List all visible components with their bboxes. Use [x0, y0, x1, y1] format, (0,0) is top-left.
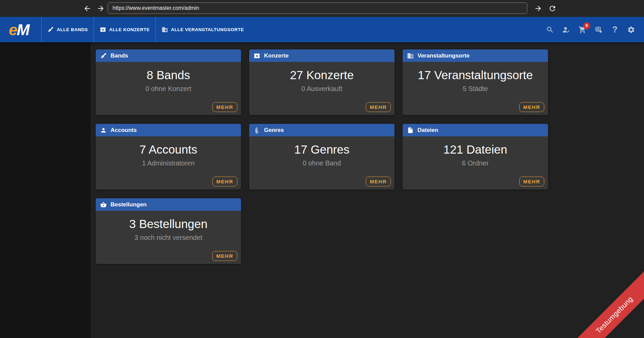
- card-title: Dateien: [418, 127, 438, 134]
- mehr-button[interactable]: MEHR: [212, 177, 237, 186]
- card-headline: 17 Genres: [249, 136, 395, 156]
- nav-item-label: ALLE BANDS: [57, 27, 88, 32]
- app-navbar: eM ALLE BANDS ALLE KONZERTE ALLE VERANST…: [0, 17, 644, 42]
- card-accounts: Accounts 7 Accounts 1 Administratoren ME…: [96, 124, 241, 189]
- nav-item-label: ALLE VERANSTALTUNGSORTE: [171, 27, 244, 32]
- cart-icon[interactable]: 0: [578, 26, 587, 34]
- card-title: Bands: [111, 52, 128, 59]
- mehr-button[interactable]: MEHR: [519, 177, 544, 186]
- card-konzerte-body: 27 Konzerte 0 Ausverkauft MEHR: [249, 62, 395, 115]
- help-icon[interactable]: ?: [611, 26, 619, 34]
- card-accounts-body: 7 Accounts 1 Administratoren MEHR: [96, 136, 241, 189]
- card-bestellungen-body: 3 Bestellungen 3 noch nicht versendet ME…: [96, 211, 241, 264]
- page-left-gutter: [0, 42, 91, 338]
- card-headline: 7 Accounts: [96, 136, 241, 156]
- card-title: Veranstaltungsorte: [418, 52, 470, 59]
- browser-toolbar: [0, 0, 644, 17]
- card-bestellungen-header: Bestellungen: [96, 198, 241, 211]
- card-genres-body: 17 Genres 0 ohne Band MEHR: [249, 136, 395, 189]
- card-veranstaltungsorte-header: Veranstaltungsorte: [403, 49, 548, 62]
- nav-item-alle-konzerte[interactable]: ALLE KONZERTE: [94, 17, 156, 42]
- card-konzerte-header: Konzerte: [249, 49, 395, 62]
- card-headline: 8 Bands: [96, 62, 241, 82]
- building-icon: [162, 26, 168, 33]
- card-headline: 121 Dateien: [403, 136, 548, 156]
- card-headline: 17 Veranstaltungsorte: [403, 62, 548, 82]
- cart-badge: 0: [583, 22, 590, 29]
- test-environment-ribbon: Testumgebung: [562, 263, 644, 338]
- basket-icon: [100, 201, 107, 208]
- card-subline: 3 noch nicht versendet: [96, 234, 241, 242]
- card-bands: Bands 8 Bands 0 ohne Konzert MEHR: [96, 49, 241, 115]
- app-logo[interactable]: eM: [0, 17, 41, 42]
- card-dateien-body: 121 Dateien 6 Ordner MEHR: [403, 136, 548, 189]
- building-icon: [407, 52, 414, 59]
- screenshot-root: eM ALLE BANDS ALLE KONZERTE ALLE VERANST…: [0, 0, 644, 338]
- ticket-star-icon: [254, 52, 260, 59]
- card-konzerte: Konzerte 27 Konzerte 0 Ausverkauft MEHR: [249, 49, 395, 115]
- card-veranstaltungsorte: Veranstaltungsorte 17 Veranstaltungsorte…: [403, 49, 548, 115]
- card-subline: 0 Ausverkauft: [249, 85, 395, 93]
- ribbon-label: Testumgebung: [594, 295, 635, 335]
- card-veranstaltungsorte-body: 17 Veranstaltungsorte 5 Städte MEHR: [403, 62, 548, 115]
- card-title: Bestellungen: [111, 201, 147, 208]
- url-input[interactable]: [108, 2, 527, 14]
- mehr-button[interactable]: MEHR: [366, 102, 391, 112]
- mehr-button[interactable]: MEHR: [212, 251, 237, 261]
- card-genres: Genres 17 Genres 0 ohne Band MEHR: [249, 124, 395, 189]
- nav-item-label: ALLE KONZERTE: [109, 27, 150, 32]
- table-settings-icon[interactable]: [595, 26, 603, 34]
- mehr-button[interactable]: MEHR: [519, 102, 544, 112]
- card-dateien: Dateien 121 Dateien 6 Ordner MEHR: [403, 124, 548, 189]
- reload-icon[interactable]: [548, 4, 556, 13]
- card-genres-header: Genres: [249, 124, 395, 136]
- card-bands-header: Bands: [96, 49, 241, 62]
- mehr-button[interactable]: MEHR: [366, 177, 391, 186]
- search-icon[interactable]: [546, 26, 554, 34]
- card-dateien-header: Dateien: [403, 124, 548, 136]
- mehr-button[interactable]: MEHR: [212, 102, 237, 112]
- logo-e: e: [9, 22, 18, 38]
- card-headline: 27 Konzerte: [249, 62, 395, 82]
- nav-item-alle-bands[interactable]: ALLE BANDS: [41, 17, 94, 42]
- person-check-icon[interactable]: [562, 26, 570, 34]
- guitar-icon: [47, 26, 54, 33]
- card-subline: 0 ohne Band: [249, 159, 395, 167]
- card-subline: 0 ohne Konzert: [96, 85, 241, 93]
- card-bestellungen: Bestellungen 3 Bestellungen 3 noch nicht…: [96, 198, 241, 264]
- card-subline: 1 Administratoren: [96, 159, 241, 167]
- card-title: Konzerte: [264, 52, 289, 59]
- card-title: Genres: [264, 127, 284, 134]
- logo-m: M: [17, 22, 30, 38]
- card-bands-body: 8 Bands 0 ohne Konzert MEHR: [96, 62, 241, 115]
- file-icon: [407, 127, 414, 134]
- url-go-icon[interactable]: [534, 4, 542, 13]
- ticket-star-icon: [100, 26, 106, 33]
- card-title: Accounts: [111, 127, 137, 134]
- person-icon: [100, 127, 107, 134]
- nav-item-alle-veranstaltungsorte[interactable]: ALLE VERANSTALTUNGSORTE: [156, 17, 250, 42]
- card-subline: 6 Ordner: [403, 159, 548, 167]
- navbar-actions: 0 ?: [546, 17, 635, 42]
- card-subline: 5 Städte: [403, 85, 548, 93]
- card-headline: 3 Bestellungen: [96, 211, 241, 231]
- browser-forward-icon[interactable]: [97, 4, 105, 13]
- guitar-icon: [100, 52, 107, 59]
- card-accounts-header: Accounts: [96, 124, 241, 136]
- dashboard-card-grid: Bands 8 Bands 0 ohne Konzert MEHR Konzer…: [96, 49, 548, 264]
- treble-clef-icon: [254, 127, 260, 134]
- settings-gear-icon[interactable]: [627, 26, 635, 34]
- browser-back-icon[interactable]: [83, 4, 91, 13]
